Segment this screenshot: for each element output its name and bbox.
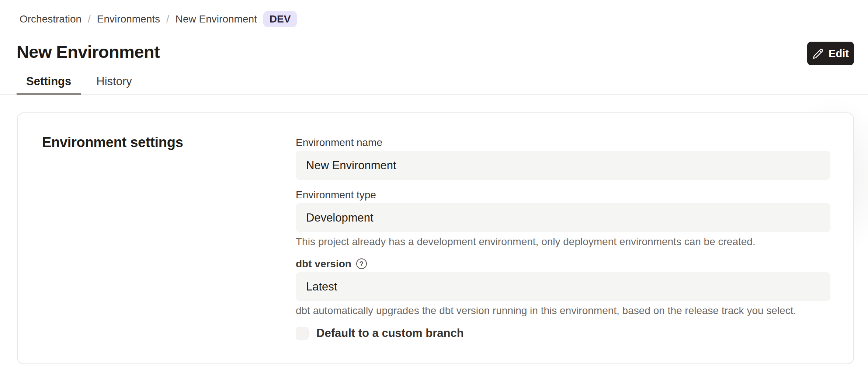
- tab-history[interactable]: History: [87, 75, 141, 94]
- pencil-icon: [812, 48, 824, 59]
- page-title: New Environment: [17, 42, 160, 62]
- help-icon[interactable]: ?: [356, 258, 367, 269]
- tab-settings[interactable]: Settings: [17, 75, 81, 94]
- edit-button-label: Edit: [829, 48, 849, 60]
- card-heading: Environment settings: [42, 135, 183, 150]
- environment-settings-form: Environment name Environment type This p…: [296, 136, 830, 340]
- environment-type-label: Environment type: [296, 189, 830, 201]
- custom-branch-label[interactable]: Default to a custom branch: [316, 327, 464, 340]
- breadcrumb-environments[interactable]: Environments: [97, 13, 160, 25]
- dbt-version-helper: dbt automatically upgrades the dbt versi…: [296, 305, 830, 317]
- environment-name-label: Environment name: [296, 136, 830, 149]
- environment-name-label-text: Environment name: [296, 136, 382, 149]
- page: Orchestration / Environments / New Envir…: [0, 0, 868, 376]
- breadcrumb-separator: /: [166, 13, 169, 25]
- environment-type-label-text: Environment type: [296, 189, 376, 201]
- breadcrumb-separator: /: [88, 13, 91, 25]
- environment-type-input[interactable]: [296, 203, 830, 232]
- environment-badge: DEV: [263, 11, 297, 27]
- environment-name-input[interactable]: [296, 151, 830, 180]
- dbt-version-label-text: dbt version: [296, 258, 351, 270]
- custom-branch-row: Default to a custom branch: [296, 327, 830, 340]
- breadcrumb-orchestration[interactable]: Orchestration: [20, 13, 81, 25]
- environment-type-helper: This project already has a development e…: [296, 236, 830, 248]
- environment-settings-card: Environment settings Environment name En…: [17, 112, 854, 364]
- dbt-version-input[interactable]: [296, 272, 830, 301]
- custom-branch-checkbox[interactable]: [296, 327, 309, 340]
- edit-button[interactable]: Edit: [807, 42, 854, 65]
- breadcrumb-new-environment[interactable]: New Environment: [176, 13, 257, 25]
- tab-bar: Settings History: [0, 75, 868, 95]
- dbt-version-label: dbt version ?: [296, 258, 830, 270]
- breadcrumb: Orchestration / Environments / New Envir…: [20, 11, 297, 27]
